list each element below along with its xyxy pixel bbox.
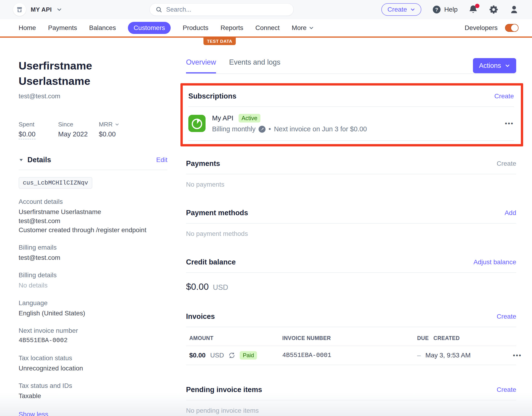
field-next-invoice-number: Next invoice number 4B551EBA-0002 xyxy=(19,327,167,345)
chevron-down-icon xyxy=(57,7,62,12)
credit-balance-title: Credit balance xyxy=(186,258,236,266)
person-icon xyxy=(509,5,519,14)
stat-since-value: May 2022 xyxy=(58,130,99,138)
chevron-down-icon xyxy=(115,122,119,127)
nav-item-reports[interactable]: Reports xyxy=(220,24,243,32)
stat-mrr-selector[interactable]: MRR xyxy=(99,121,119,128)
tab-overview[interactable]: Overview xyxy=(186,58,216,74)
invoice-due: – xyxy=(417,352,421,359)
profile-button[interactable] xyxy=(509,5,519,14)
developers-link[interactable]: Developers xyxy=(464,24,498,32)
pending-invoice-items-empty-state: No pending invoice items xyxy=(186,407,516,414)
help-icon: ? xyxy=(432,5,441,14)
svg-text:?: ? xyxy=(435,7,438,13)
adjust-balance-link[interactable]: Adjust balance xyxy=(474,258,516,266)
details-collapse-caret-icon[interactable] xyxy=(19,157,24,162)
invoice-table-row[interactable]: $0.00 USD Paid 4B551EBA-0001 xyxy=(186,346,516,365)
credit-balance-currency: USD xyxy=(213,283,228,292)
payment-methods-add-link[interactable]: Add xyxy=(504,209,516,217)
customer-main: Overview Events and logs Actions Subscri… xyxy=(186,58,516,416)
create-button[interactable]: Create xyxy=(381,3,421,16)
col-amount: AMOUNT xyxy=(189,335,278,341)
stat-mrr-value: $0.00 xyxy=(99,130,119,138)
subscription-name: My API xyxy=(212,114,233,122)
nav-item-balances[interactable]: Balances xyxy=(89,24,116,32)
payment-methods-section: Payment methods Add No payment methods xyxy=(186,209,516,237)
field-tax-status: Tax status and IDs Taxable xyxy=(19,382,167,400)
notifications-button[interactable] xyxy=(468,5,478,14)
account-avatar[interactable] xyxy=(13,3,26,16)
tab-events-and-logs[interactable]: Events and logs xyxy=(229,58,281,74)
subscription-billing-interval: Billing monthly xyxy=(212,125,256,133)
nav-item-customers[interactable]: Customers xyxy=(128,22,170,34)
pending-invoice-items-create-link[interactable]: Create xyxy=(497,386,516,393)
account-name[interactable]: MY API xyxy=(31,6,52,13)
separator-bullet: • xyxy=(269,125,271,133)
invoice-currency: USD xyxy=(210,352,224,359)
credit-balance-amount: $0.00 xyxy=(186,282,209,292)
search-bar[interactable] xyxy=(149,3,294,16)
subscription-row[interactable]: My API Active Billing monthly • Next inv… xyxy=(188,107,514,140)
invoice-status-badge: Paid xyxy=(240,351,257,359)
customer-sidebar: Userfirstname Userlastname test@test.com… xyxy=(19,58,167,416)
invoice-amount: $0.00 xyxy=(189,352,205,359)
payments-section: Payments Create No payments xyxy=(186,160,516,188)
payment-methods-title: Payment methods xyxy=(186,209,248,217)
nav-item-products[interactable]: Products xyxy=(183,24,209,32)
subscriptions-highlight: Subscriptions Create My API xyxy=(180,83,523,146)
show-less-link[interactable]: Show less xyxy=(19,411,48,416)
subscriptions-create-link[interactable]: Create xyxy=(494,93,514,100)
tabs-row: Overview Events and logs Actions xyxy=(186,58,516,74)
toggle-knob xyxy=(511,24,519,32)
stat-spent-value: $0.00 xyxy=(19,130,36,140)
settings-button[interactable] xyxy=(489,5,499,14)
pending-invoice-items-title: Pending invoice items xyxy=(186,386,262,394)
payment-methods-empty-state: No payment methods xyxy=(186,230,516,237)
invoice-created: May 3, 9:53 AM xyxy=(426,352,506,359)
help-label: Help xyxy=(444,6,458,13)
test-mode-toggle[interactable] xyxy=(505,24,519,32)
field-tax-location-status: Tax location status Unrecognized locatio… xyxy=(19,354,167,373)
details-edit-link[interactable]: Edit xyxy=(156,156,167,164)
stat-since-label: Since xyxy=(58,121,99,128)
billing-gauge-icon xyxy=(259,126,266,133)
search-input[interactable] xyxy=(166,6,288,13)
field-billing-details: Billing details No details xyxy=(19,271,167,290)
nav-item-home[interactable]: Home xyxy=(19,24,36,32)
stat-mrr: MRR $0.00 xyxy=(99,121,119,140)
chevron-down-icon xyxy=(309,25,314,30)
subscription-status-badge: Active xyxy=(239,114,261,123)
stat-spent: Spent $0.00 xyxy=(19,121,58,140)
help-button[interactable]: ? Help xyxy=(432,5,458,14)
actions-button-label: Actions xyxy=(479,62,501,69)
customer-name: Userfirstname Userlastname xyxy=(19,58,149,89)
subscription-next-invoice: Next invoice on Jun 3 for $0.00 xyxy=(274,125,367,133)
field-billing-emails: Billing emails test@test.com xyxy=(19,244,167,262)
nav-item-connect[interactable]: Connect xyxy=(255,24,280,32)
subscription-product-icon xyxy=(188,115,205,132)
invoices-table-header: AMOUNT INVOICE NUMBER DUE CREATED xyxy=(186,335,516,346)
actions-button[interactable]: Actions xyxy=(473,58,516,73)
field-account-details: Account details Userfirstname Userlastna… xyxy=(19,198,167,235)
notification-dot xyxy=(475,4,479,8)
account-switcher[interactable]: MY API xyxy=(13,3,62,16)
subscriptions-title: Subscriptions xyxy=(188,92,236,100)
create-button-label: Create xyxy=(387,6,407,13)
invoices-create-link[interactable]: Create xyxy=(497,313,516,320)
main-nav: Home Payments Balances Customers Product… xyxy=(0,19,532,38)
pending-invoice-items-section: Pending invoice items Create No pending … xyxy=(186,386,516,414)
customer-id-pill[interactable]: cus_LcbMCHIlCIZNqv xyxy=(19,177,92,189)
nav-item-payments[interactable]: Payments xyxy=(48,24,77,32)
stat-spent-label: Spent xyxy=(19,121,58,128)
subscription-overflow-menu-icon[interactable]: ••• xyxy=(505,120,514,127)
col-created: CREATED xyxy=(433,335,514,341)
invoices-section: Invoices Create AMOUNT INVOICE NUMBER DU… xyxy=(186,312,516,365)
nav-item-more[interactable]: More xyxy=(292,24,314,32)
invoice-overflow-menu-icon[interactable]: ••• xyxy=(513,352,522,359)
stat-mrr-label: MRR xyxy=(99,121,113,128)
payments-create-link[interactable]: Create xyxy=(497,160,516,167)
more-label: More xyxy=(292,24,307,32)
field-language: Language English (United States) xyxy=(19,299,167,318)
payments-empty-state: No payments xyxy=(186,181,516,188)
customer-stats: Spent $0.00 Since May 2022 MRR $0.00 xyxy=(19,121,167,140)
